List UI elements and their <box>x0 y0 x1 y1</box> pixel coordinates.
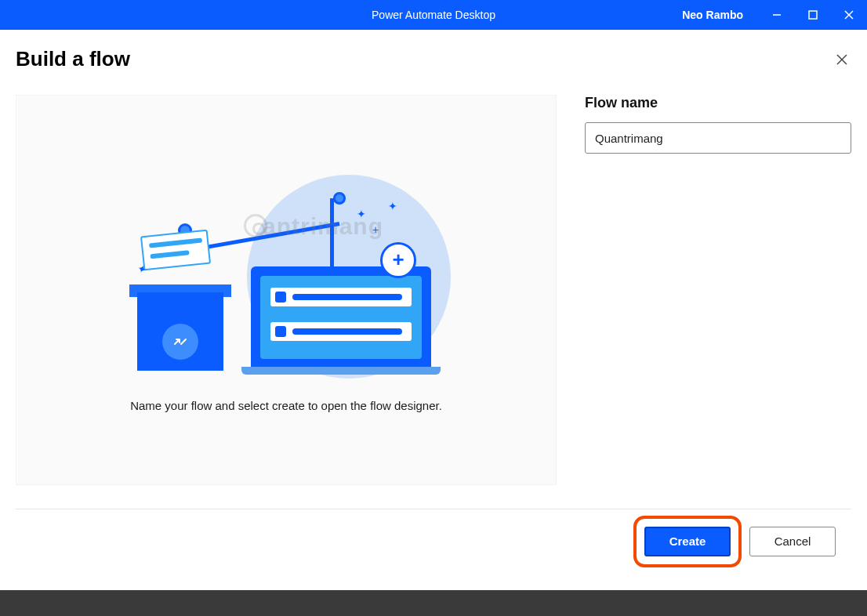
create-highlight: Create <box>633 516 742 567</box>
app-title: Power Automate Desktop <box>372 9 495 21</box>
titlebar: Power Automate Desktop Neo Rambo <box>0 0 867 30</box>
close-dialog-button[interactable] <box>833 50 851 69</box>
minimize-button[interactable] <box>759 0 795 30</box>
flow-illustration: + ✦+✦✦ <box>129 168 443 372</box>
minimize-icon <box>772 10 782 20</box>
maximize-button[interactable] <box>795 0 831 30</box>
cancel-button[interactable]: Cancel <box>749 527 836 556</box>
dialog-header: Build a flow <box>16 30 851 79</box>
dialog-content: Build a flow + <box>0 30 867 590</box>
dialog-body: + ✦+✦✦ antrimang Name your flow and sele… <box>16 95 851 485</box>
dialog-title: Build a flow <box>16 47 130 71</box>
taskbar-area <box>0 590 867 616</box>
create-button[interactable]: Create <box>644 527 731 556</box>
flow-name-input[interactable] <box>585 122 851 154</box>
close-icon <box>836 53 848 66</box>
form-pane: Flow name <box>585 95 851 485</box>
user-name[interactable]: Neo Rambo <box>682 9 743 21</box>
window-controls <box>759 0 867 30</box>
close-window-button[interactable] <box>831 0 867 30</box>
preview-pane: + ✦+✦✦ antrimang Name your flow and sele… <box>16 95 557 485</box>
maximize-icon <box>808 10 818 20</box>
svg-rect-1 <box>809 11 817 19</box>
app-window: Power Automate Desktop Neo Rambo Build a… <box>0 0 867 590</box>
preview-help-text: Name your flow and select create to open… <box>130 399 442 412</box>
flow-name-label: Flow name <box>585 95 851 111</box>
dialog-footer: Create Cancel <box>16 509 851 573</box>
plus-icon: + <box>380 242 416 278</box>
close-icon <box>844 10 854 20</box>
